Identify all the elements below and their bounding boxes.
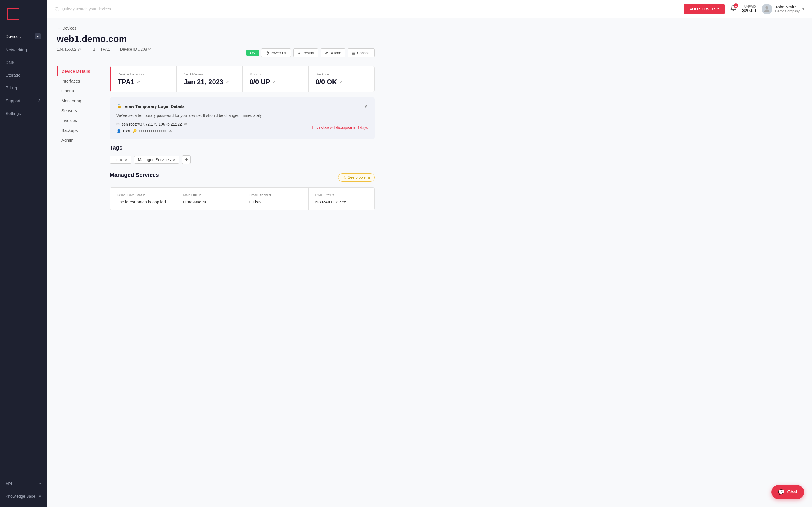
managed-card-value: 0 messages — [183, 200, 236, 204]
device-sidenav: Device Details Interfaces Charts Monitor… — [57, 66, 102, 145]
sidebar-item-knowledge-base[interactable]: Knowledge Base ↗ — [0, 490, 47, 503]
device-layout: Device Details Interfaces Charts Monitor… — [57, 66, 375, 218]
reload-button[interactable]: ⟳ Reload — [320, 48, 345, 57]
sidebar-item-label: Knowledge Base — [6, 494, 35, 499]
user-area[interactable]: John Smith Demo Company ▾ — [762, 4, 804, 14]
sidebar-item-support[interactable]: Support ↗ — [0, 94, 47, 107]
tag-label: Managed Services — [138, 158, 170, 162]
power-off-button[interactable]: ⏻ Power Off — [261, 48, 291, 57]
sidenav-item-charts[interactable]: Charts — [57, 86, 102, 96]
main-area: Quickly search your devices ADD SERVER ▾… — [47, 0, 812, 507]
add-tag-button[interactable]: + — [182, 156, 191, 164]
sidebar-item-label: DNS — [6, 60, 15, 65]
svg-point-1 — [766, 6, 768, 9]
search-area: Quickly search your devices — [54, 7, 111, 11]
unpaid-amount: $20.00 — [742, 8, 756, 13]
sidebar-item-billing[interactable]: Billing — [0, 81, 47, 94]
tag-remove-button[interactable]: ✕ — [124, 158, 128, 162]
sidebar-bottom: API ↗ Knowledge Base ↗ — [0, 473, 47, 507]
unpaid-label: UNPAID — [742, 5, 756, 8]
sidebar-item-label: Settings — [6, 111, 21, 116]
sidebar-item-dns[interactable]: DNS — [0, 56, 47, 69]
sidebar-item-devices[interactable]: Devices ▾ — [0, 29, 47, 43]
eye-icon[interactable]: 👁 — [168, 129, 172, 133]
avatar — [762, 4, 772, 14]
chevron-down-icon: ▾ — [802, 7, 804, 11]
sidenav-item-admin[interactable]: Admin — [57, 135, 102, 145]
info-card-value: Jan 21, 2023 ⤢ — [184, 78, 236, 86]
sidenav-item-interfaces[interactable]: Interfaces — [57, 76, 102, 86]
add-server-label: ADD SERVER — [689, 7, 715, 11]
sidebar-item-storage[interactable]: Storage — [0, 69, 47, 81]
warning-icon: ⚠ — [342, 175, 346, 180]
ssh-command: ssh root@37.72.175.106 -p 22222 — [122, 122, 182, 126]
separator: | — [114, 47, 116, 52]
renew-value: Jan 21, 2023 — [184, 78, 223, 86]
chevron-down-icon: ▾ — [35, 33, 41, 40]
power-off-label: Power Off — [271, 51, 287, 55]
chevron-down-icon: ▾ — [717, 7, 719, 11]
expand-icon[interactable]: ⤢ — [339, 80, 343, 84]
tag-remove-button[interactable]: ✕ — [172, 158, 175, 162]
tag-label: Linux — [113, 158, 123, 162]
managed-services-section: Managed Services ⚠ See problems Kernel C… — [110, 172, 375, 210]
managed-card-label: Main Queue — [183, 193, 236, 197]
expand-icon[interactable]: ⤢ — [137, 80, 140, 84]
expand-icon[interactable]: ⤢ — [272, 80, 276, 84]
see-problems-label: See problems — [348, 175, 370, 179]
managed-card-blacklist: Email Blacklist 0 Lists — [242, 187, 308, 210]
info-cards: Device Location TPA1 ⤢ Next Renew Jan 21… — [110, 66, 375, 92]
external-link-icon: ↗ — [38, 482, 41, 486]
sidebar-item-label: Networking — [6, 47, 27, 52]
sidenav-item-invoices[interactable]: Invoices — [57, 115, 102, 125]
console-label: Console — [357, 51, 370, 55]
page-title-row: web1.demo.com — [57, 34, 375, 44]
sidenav-item-sensors[interactable]: Sensors — [57, 106, 102, 115]
monitoring-value: 0/0 UP — [250, 78, 270, 86]
device-datacenter: TPA1 — [100, 47, 110, 52]
device-actions: ON ⏻ Power Off ↺ Restart ⟳ Reload ▤ — [246, 48, 375, 57]
sidebar-item-api[interactable]: API ↗ — [0, 478, 47, 490]
search-placeholder[interactable]: Quickly search your devices — [62, 7, 111, 11]
sidenav-item-device-details[interactable]: Device Details — [57, 66, 102, 76]
sidebar-item-label: API — [6, 482, 12, 486]
sidebar-item-settings[interactable]: Settings — [0, 107, 47, 120]
sidebar-nav: Devices ▾ Networking DNS Storage Billing… — [0, 29, 47, 473]
device-ip: 104.156.62.74 — [57, 47, 82, 52]
sidenav-item-backups[interactable]: Backups — [57, 125, 102, 135]
expand-icon[interactable]: ⤢ — [225, 80, 229, 84]
sidenav-item-monitoring[interactable]: Monitoring — [57, 96, 102, 106]
restart-icon: ↺ — [297, 51, 301, 55]
managed-card-queue: Main Queue 0 messages — [176, 187, 243, 210]
breadcrumb[interactable]: ← Devices — [57, 26, 375, 31]
external-link-icon: ↗ — [38, 495, 41, 498]
info-card-monitoring: Monitoring 0/0 UP ⤢ — [243, 66, 308, 92]
back-arrow-icon: ← — [57, 26, 61, 31]
see-problems-button[interactable]: ⚠ See problems — [338, 173, 375, 182]
sidebar-item-label: Devices — [6, 34, 20, 39]
user-avatar-icon — [763, 5, 771, 13]
header-right: ADD SERVER ▾ 1 UNPAID $20.00 John Smith … — [684, 4, 804, 14]
restart-button[interactable]: ↺ Restart — [293, 48, 318, 57]
login-user: root — [123, 129, 130, 133]
info-card-renew: Next Renew Jan 21, 2023 ⤢ — [176, 66, 243, 92]
copy-icon[interactable]: ⧉ — [184, 122, 187, 126]
add-server-button[interactable]: ADD SERVER ▾ — [684, 4, 725, 14]
sidebar-item-networking[interactable]: Networking — [0, 43, 47, 56]
notification-bell[interactable]: 1 — [730, 5, 737, 13]
info-card-label: Device Location — [117, 72, 170, 76]
sidebar-item-label: Billing — [6, 86, 17, 90]
managed-card-label: Kernel Care Status — [117, 193, 169, 197]
tags-section: Tags Linux ✕ Managed Services ✕ + — [110, 145, 375, 164]
collapse-icon[interactable]: ∧ — [364, 103, 368, 109]
reload-label: Reload — [329, 51, 341, 55]
console-icon: ▤ — [352, 51, 355, 55]
separator: | — [87, 47, 88, 52]
page-title: web1.demo.com — [57, 34, 375, 44]
managed-card-value: No RAID Device — [315, 200, 368, 204]
chat-button[interactable]: 💬 Chat — [771, 485, 804, 499]
restart-label: Restart — [302, 51, 314, 55]
console-button[interactable]: ▤ Console — [348, 48, 375, 57]
lock-icon: 🔒 — [116, 104, 122, 109]
info-card-value: 0/0 UP ⤢ — [250, 78, 302, 86]
